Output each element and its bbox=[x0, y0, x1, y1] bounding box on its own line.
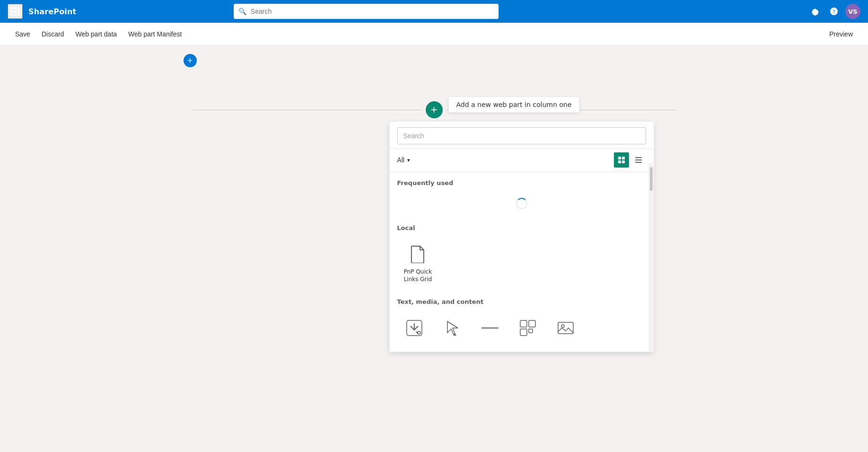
divider-line-left bbox=[193, 110, 422, 110]
svg-point-24 bbox=[561, 325, 564, 328]
preview-button[interactable]: Preview bbox=[824, 27, 859, 41]
picker-item-cursor[interactable] bbox=[435, 313, 469, 346]
toolbar: Save Discard Web part data Web part Mani… bbox=[0, 23, 868, 45]
picker-view-buttons bbox=[614, 152, 646, 168]
picker-filter-row: All ▼ bbox=[389, 149, 653, 172]
waffle-menu-button[interactable] bbox=[8, 4, 23, 19]
app-logo: SharePoint bbox=[28, 7, 76, 16]
svg-rect-11 bbox=[618, 160, 621, 163]
text-media-title: Text, media, and content bbox=[389, 291, 653, 309]
user-avatar[interactable]: VS bbox=[845, 4, 860, 19]
svg-rect-15 bbox=[635, 162, 641, 163]
web-part-data-button[interactable]: Web part data bbox=[70, 26, 123, 43]
svg-rect-3 bbox=[11, 10, 13, 13]
nav-search-container: 🔍 bbox=[234, 4, 499, 19]
grid-icon bbox=[516, 317, 539, 339]
svg-rect-20 bbox=[528, 320, 535, 327]
webpart-picker-panel: All ▼ bbox=[389, 121, 654, 352]
svg-rect-7 bbox=[14, 14, 17, 16]
loading-spinner-area bbox=[389, 190, 653, 217]
svg-rect-4 bbox=[14, 10, 17, 13]
add-webpart-tooltip: Add a new web part in column one bbox=[448, 97, 580, 113]
pnp-item-label: PnP Quick Links Grid bbox=[401, 268, 435, 283]
grid-view-button[interactable] bbox=[614, 152, 629, 168]
section-divider: + bbox=[193, 101, 675, 118]
save-button[interactable]: Save bbox=[9, 26, 36, 43]
svg-rect-21 bbox=[520, 329, 526, 336]
picker-content-area: Frequently used Local bbox=[389, 172, 653, 352]
local-section: Local PnP Quick Links Grid bbox=[389, 217, 653, 291]
text-media-items-row bbox=[389, 309, 653, 352]
svg-rect-9 bbox=[618, 157, 621, 160]
local-section-title: Local bbox=[389, 217, 653, 235]
help-icon-button[interactable] bbox=[826, 4, 842, 19]
frequently-used-section: Frequently used bbox=[389, 172, 653, 217]
svg-rect-19 bbox=[520, 320, 526, 327]
filter-all-button[interactable]: All ▼ bbox=[397, 156, 411, 164]
add-row-top-button[interactable]: + bbox=[184, 54, 197, 67]
picker-item-button1[interactable] bbox=[397, 313, 431, 346]
web-part-manifest-button[interactable]: Web part Manifest bbox=[123, 26, 187, 43]
loading-spinner bbox=[516, 198, 527, 209]
image-icon bbox=[554, 317, 577, 339]
divider-icon bbox=[478, 317, 501, 339]
picker-item-grid[interactable] bbox=[510, 313, 544, 346]
svg-rect-0 bbox=[11, 7, 13, 9]
button1-icon bbox=[403, 317, 425, 339]
cursor-icon bbox=[440, 317, 463, 339]
main-content-area: + + Add a new web part in column one All… bbox=[0, 45, 868, 452]
svg-rect-22 bbox=[528, 329, 532, 333]
picker-scrollbar[interactable] bbox=[649, 163, 653, 352]
svg-rect-10 bbox=[622, 157, 624, 160]
picker-search-input[interactable] bbox=[397, 127, 646, 144]
svg-rect-13 bbox=[635, 157, 641, 158]
nav-search-input[interactable] bbox=[234, 4, 499, 19]
svg-rect-1 bbox=[14, 7, 17, 9]
svg-rect-6 bbox=[11, 14, 13, 16]
svg-rect-2 bbox=[18, 7, 19, 9]
add-row-section-button-area: + bbox=[184, 54, 197, 67]
picker-filter-left: All ▼ bbox=[397, 156, 411, 164]
picker-search-row bbox=[389, 122, 653, 149]
settings-icon-button[interactable] bbox=[807, 4, 823, 19]
filter-chevron-icon: ▼ bbox=[406, 158, 411, 163]
svg-rect-5 bbox=[18, 10, 19, 13]
top-nav-bar: SharePoint 🔍 VS bbox=[0, 0, 868, 23]
frequently-used-title: Frequently used bbox=[389, 172, 653, 190]
picker-scrollbar-thumb bbox=[650, 167, 653, 191]
svg-rect-23 bbox=[558, 322, 573, 334]
add-webpart-plus-button[interactable]: + bbox=[426, 101, 443, 118]
svg-rect-8 bbox=[18, 14, 19, 16]
svg-rect-12 bbox=[622, 160, 624, 163]
text-media-section: Text, media, and content bbox=[389, 291, 653, 352]
svg-point-17 bbox=[417, 331, 420, 334]
picker-item-divider[interactable] bbox=[473, 313, 507, 346]
pnp-item-icon bbox=[406, 243, 429, 266]
local-items-grid: PnP Quick Links Grid bbox=[389, 235, 653, 291]
discard-button[interactable]: Discard bbox=[36, 26, 70, 43]
picker-item-pnp[interactable]: PnP Quick Links Grid bbox=[397, 239, 438, 287]
nav-right-area: VS bbox=[807, 4, 860, 19]
list-view-button[interactable] bbox=[631, 152, 646, 168]
picker-item-image[interactable] bbox=[548, 313, 582, 346]
svg-rect-14 bbox=[635, 160, 641, 160]
